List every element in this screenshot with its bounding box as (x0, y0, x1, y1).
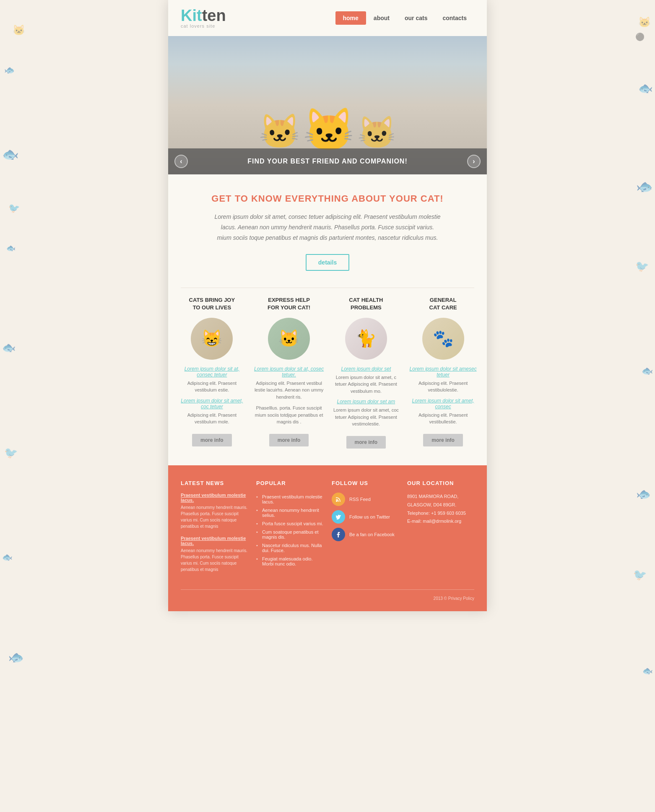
feature-1-text-1: Adipiscing elit. Praesent vestibulum est… (177, 380, 247, 394)
details-button[interactable]: details (306, 254, 349, 271)
slider-prev-button[interactable]: ‹ (174, 155, 188, 168)
feature-3-title: CAT HEALTHPROBLEMS (331, 296, 402, 311)
feature-3-cat-icon: 🐈 (345, 318, 387, 360)
social-facebook: Be a fan on Facebook (332, 528, 399, 541)
footer-grid: LATEST NEWS Praesent vestibulum molestie… (181, 480, 474, 579)
twitter-icon[interactable] (332, 510, 345, 524)
features-section: CATS BRING JOYTO OUR LIVES 😸 Lorem ipsum… (168, 288, 487, 465)
logo-subtitle: cat lovers site (181, 23, 226, 29)
feature-4-image: 🐾 (422, 318, 464, 360)
feature-2-title: EXPRESS HELPFOR YOUR CAT! (254, 296, 325, 311)
nav-item-about[interactable]: about (366, 11, 397, 25)
popular-item-3: Porta fusce suscipit varius mi. (256, 519, 323, 528)
twitter-label: Follow us on Twitter (349, 514, 390, 519)
feature-col-1: CATS BRING JOYTO OUR LIVES 😸 Lorem ipsum… (177, 296, 247, 449)
feature-2-link-1[interactable]: Lorem ipsum dolor sit at, cosec tetuer. (254, 366, 325, 378)
feature-col-3: CAT HEALTHPROBLEMS 🐈 Lorem ipsum dolor s… (331, 296, 402, 449)
footer: LATEST NEWS Praesent vestibulum molestie… (168, 465, 487, 611)
feature-col-4: GENERALCAT CARE 🐾 Lorem ipsum dolor sit … (408, 296, 478, 449)
know-section: GET TO KNOW EVERYTHING ABOUT YOUR CAT! L… (168, 174, 487, 288)
hero-caption-text: FIND YOUR BEST FRIEND AND COMPANION! (247, 158, 407, 165)
footer-news-1-title[interactable]: Praesent vestibulum molestie lacus. (181, 493, 248, 503)
feature-3-link-2[interactable]: Lorem ipsum dolor set am (331, 399, 402, 405)
feature-col-2: EXPRESS HELPFOR YOUR CAT! 🐱 Lorem ipsum … (254, 296, 325, 449)
know-heading: GET TO KNOW EVERYTHING ABOUT YOUR CAT! (193, 193, 462, 204)
popular-item-1: Praesent vestibulum molestie lacus. (256, 493, 323, 506)
know-body: Lorem ipsum dolor sit amet, consec tetue… (214, 212, 441, 244)
nav-item-our-cats[interactable]: our cats (397, 11, 435, 25)
bg-decoration-right: 🐱 🐟 ⚫ 🐟 🐦 🐟 🐟 🐦 🐟 (609, 0, 655, 812)
follow-us-heading: FOLLOW US (332, 480, 399, 486)
footer-news-1-text: Aenean nonummy hendrerit mauris. Phasell… (181, 504, 248, 529)
social-twitter: Follow us on Twitter (332, 510, 399, 524)
feature-2-text-2: Phaselllus. porta. Fusce suscipit mium s… (254, 405, 325, 425)
footer-location: OUR LOCATION 8901 MARMORA ROAD, GLASGOW,… (407, 480, 474, 579)
location-heading: OUR LOCATION (407, 480, 474, 486)
location-address: 8901 MARMORA ROAD, GLASGOW, D04 89GR. Te… (407, 493, 474, 526)
logo-text: Kitten (181, 8, 226, 23)
feature-4-cat-icon: 🐾 (422, 318, 464, 360)
nav-item-home[interactable]: home (335, 11, 366, 25)
header: Kitten cat lovers site home about our ca… (168, 0, 487, 36)
bg-decoration-left: 🐟 🐱 🐟 🐟 🐦 🐟 🐦 🐟 🐟 (0, 0, 46, 812)
feature-1-more-info-button[interactable]: more info (192, 434, 232, 446)
popular-item-2: Aenean nonummy hendrerit selius. (256, 506, 323, 519)
feature-2-image: 🐱 (268, 318, 310, 360)
facebook-label: Be a fan on Facebook (349, 532, 395, 537)
feature-1-link-2[interactable]: Lorem ipsum dolor sit amet, coc tetuer (177, 398, 247, 410)
popular-item-4: Cum soatoque penatibus et magnis dis. (256, 528, 323, 541)
footer-copyright: 2013 © Privacy Policy (181, 589, 474, 601)
footer-news-2-text: Aenean nonummy hendrerit mauris. Phasell… (181, 547, 248, 573)
feature-4-text-1: Adipiscing elit. Praesent vestibulolesti… (408, 380, 478, 394)
logo: Kitten cat lovers site (181, 8, 226, 29)
popular-heading: POPULAR (256, 480, 323, 486)
footer-latest-news: LATEST NEWS Praesent vestibulum molestie… (181, 480, 248, 579)
logo-ten: ten (202, 7, 226, 24)
nav-item-contacts[interactable]: contacts (435, 11, 474, 25)
feature-3-image: 🐈 (345, 318, 387, 360)
feature-1-text-2: Adipiscing elit. Praesent vestibulum mol… (177, 412, 247, 425)
feature-1-cat-icon: 😸 (191, 318, 233, 360)
feature-3-text-1: Lorem ipsum dolor sit amet, c tetuer Adi… (331, 374, 402, 395)
footer-news-2-title[interactable]: Praesent vestibulum molestie lacus. (181, 536, 248, 546)
rss-label: RSS Feed (349, 497, 371, 502)
social-rss: RSS Feed (332, 493, 399, 506)
hero-caption: ‹ FIND YOUR BEST FRIEND AND COMPANION! › (168, 148, 487, 174)
slider-next-button[interactable]: › (467, 155, 481, 168)
logo-kit: Kit (181, 7, 202, 24)
feature-2-cat-icon: 🐱 (268, 318, 310, 360)
feature-3-more-info-button[interactable]: more info (346, 436, 386, 449)
feature-2-more-info-button[interactable]: more info (269, 434, 309, 446)
svg-point-0 (336, 500, 338, 502)
feature-3-text-2: Lorem ipsum dolor sit amet, coc tetuer A… (331, 407, 402, 428)
footer-news-item-2: Praesent vestibulum molestie lacus. Aene… (181, 536, 248, 573)
feature-3-link-1[interactable]: Lorem ipsum dolor set (331, 366, 402, 372)
footer-news-item-1: Praesent vestibulum molestie lacus. Aene… (181, 493, 248, 529)
main-container: Kitten cat lovers site home about our ca… (168, 0, 487, 611)
footer-follow-us: FOLLOW US RSS Feed Follow us on Twitter (332, 480, 399, 579)
feature-4-title: GENERALCAT CARE (408, 296, 478, 311)
feature-1-title: CATS BRING JOYTO OUR LIVES (177, 296, 247, 311)
feature-4-text-2: Adipiscing elit. Praesent vestibullestie… (408, 412, 478, 425)
hero-slider: 🐱 🐱 🐱 ‹ FIND YOUR BEST FRIEND AND COMPAN… (168, 36, 487, 174)
feature-1-link-1[interactable]: Lorem ipsum dolor sit at, consec tetuer (177, 366, 247, 378)
copyright-text: 2013 © Privacy Policy (434, 596, 474, 601)
feature-4-link-1[interactable]: Lorem ipsum dolor sit amesec tetuer (408, 366, 478, 378)
feature-1-image: 😸 (191, 318, 233, 360)
popular-item-6: Feugiat malesuada odio. Morbi nunc odio. (256, 555, 323, 568)
feature-4-more-info-button[interactable]: more info (423, 434, 463, 446)
main-nav: home about our cats contacts (335, 11, 475, 25)
feature-4-link-2[interactable]: Lorem ipsum dolor sit amet, consec (408, 398, 478, 410)
feature-2-text-1: Adipiscing elit. Praesent vestibul lesti… (254, 380, 325, 401)
footer-popular: POPULAR Praesent vestibulum molestie lac… (256, 480, 323, 579)
rss-icon[interactable] (332, 493, 345, 506)
facebook-icon[interactable] (332, 528, 345, 541)
popular-list: Praesent vestibulum molestie lacus. Aene… (256, 493, 323, 568)
popular-item-5: Nascetur ridiculus mus. Nulla dui. Fusce… (256, 541, 323, 555)
latest-news-heading: LATEST NEWS (181, 480, 248, 486)
